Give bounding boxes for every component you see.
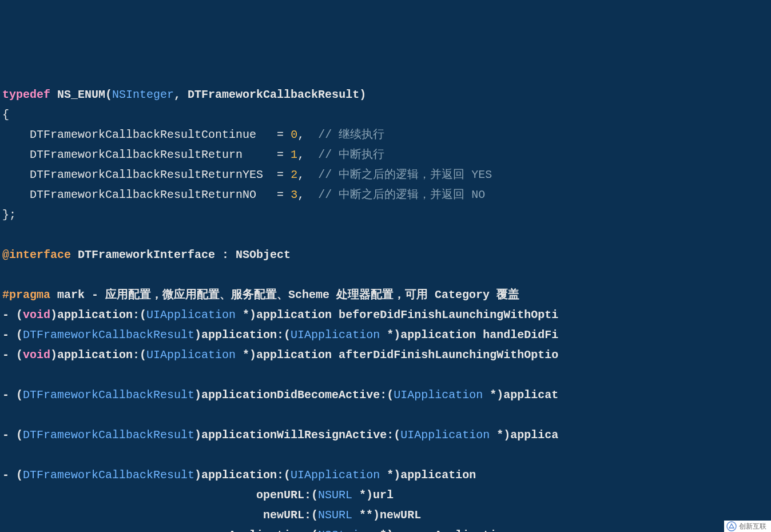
enum-item-name: DTFrameworkCallbackResultReturn — [30, 148, 243, 161]
interface-decl: DTFrameworkInterface : NSObject — [71, 248, 291, 261]
brace-close: }; — [2, 208, 16, 221]
comment: // — [318, 188, 339, 201]
enum-value: 3 — [291, 188, 297, 201]
enum-value: 1 — [291, 148, 297, 161]
watermark: 创新互联 — [724, 521, 771, 532]
method-decl-cont: newURL:( — [2, 509, 318, 522]
brace-open: { — [2, 108, 9, 121]
pragma-mark: mark - — [50, 288, 105, 301]
method-decl: - ( — [2, 428, 23, 442]
enum-value: 2 — [291, 168, 297, 181]
keyword-pragma: #pragma — [2, 288, 50, 301]
watermark-logo-icon — [726, 521, 737, 531]
keyword-interface: @interface — [2, 248, 71, 261]
method-decl: - ( — [2, 328, 23, 342]
comment: // — [318, 128, 339, 141]
code-block: typedef NS_ENUM(NSInteger, DTFrameworkCa… — [2, 85, 769, 532]
method-decl: - ( — [2, 348, 23, 362]
method-decl: - ( — [2, 469, 23, 482]
svg-point-0 — [727, 522, 736, 531]
type-nsinteger: NSInteger — [112, 88, 174, 101]
enum-value: 0 — [291, 128, 297, 141]
method-decl-cont: openURL:( — [2, 489, 318, 502]
enum-item-name: DTFrameworkCallbackResultReturnYES — [30, 168, 263, 181]
text: NS_ENUM( — [50, 88, 112, 101]
watermark-text: 创新互联 — [739, 523, 766, 530]
enum-item-name: DTFrameworkCallbackResultContinue — [30, 128, 256, 141]
keyword-typedef: typedef — [2, 88, 50, 101]
enum-item-name: DTFrameworkCallbackResultReturnNO — [30, 188, 256, 201]
pragma-text: 应用配置，微应用配置、服务配置、Scheme 处理器配置，可用 Category… — [105, 288, 519, 301]
comment: // — [318, 168, 339, 181]
method-decl: - ( — [2, 388, 23, 402]
text: , DTFrameworkCallbackResult) — [174, 88, 366, 101]
method-decl-cont: sourceApplication:( — [2, 529, 318, 532]
comment: // — [318, 148, 339, 161]
method-decl: - ( — [2, 308, 23, 321]
